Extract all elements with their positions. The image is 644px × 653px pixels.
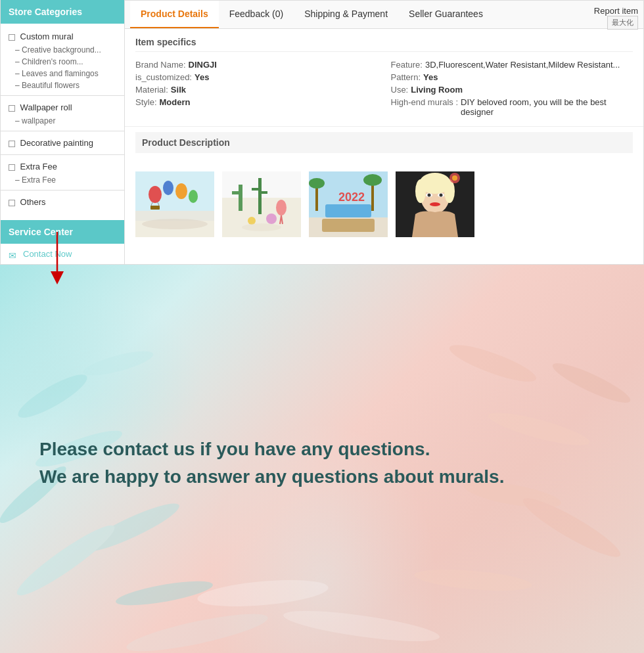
checkbox-icon-4: [9, 164, 15, 171]
svg-rect-14: [232, 191, 240, 194]
tab-seller-guarantees[interactable]: Seller Guarantees: [398, 1, 494, 28]
svg-point-62: [124, 607, 270, 653]
sidebar-categories: Custom mural Creative background... Chil…: [1, 24, 124, 215]
sidebar-divider-3: [1, 154, 124, 155]
checkbox-icon: [9, 34, 15, 41]
product-description-section: Product Description: [125, 126, 643, 166]
spec-material: Material: Silk: [135, 83, 378, 96]
checkbox-icon-3: [9, 141, 15, 147]
product-image-1-svg: [135, 171, 214, 237]
svg-point-23: [242, 223, 281, 231]
checkbox-icon-2: [9, 105, 15, 112]
svg-point-22: [248, 217, 256, 225]
sidebar-sub-extra-fee[interactable]: Extra Fee: [1, 174, 124, 186]
svg-point-5: [189, 190, 198, 203]
svg-point-52: [11, 518, 120, 602]
svg-point-29: [363, 174, 382, 186]
product-image-3[interactable]: 2022: [309, 171, 388, 237]
svg-point-37: [415, 179, 426, 203]
svg-point-59: [413, 566, 533, 595]
tabs-bar: Product Details Feedback (0) Shipping & …: [125, 1, 643, 29]
svg-point-21: [266, 214, 277, 224]
svg-rect-16: [252, 188, 259, 191]
sidebar-item-decorative-painting[interactable]: Decorative painting: [1, 135, 124, 150]
product-images-container: 2022: [125, 166, 643, 248]
svg-point-2: [149, 186, 162, 203]
svg-point-45: [452, 175, 457, 181]
sidebar: Store Categories Custom mural Creative b…: [0, 0, 125, 265]
spec-feature: Feature: 3D,Fluorescent,Water Resistant,…: [391, 58, 633, 71]
sidebar-sub-childrens-room[interactable]: Children's room...: [1, 56, 124, 68]
mail-icon: [9, 250, 19, 258]
annotation-arrow-svg: [47, 229, 67, 288]
svg-rect-15: [258, 178, 262, 214]
sidebar-divider-2: [1, 131, 124, 131]
product-image-2[interactable]: [222, 171, 301, 237]
sidebar-item-custom-mural[interactable]: Custom mural: [1, 29, 124, 44]
svg-point-10: [142, 219, 208, 229]
sidebar-divider-4: [1, 190, 124, 191]
spec-pattern: Pattern: Yes: [391, 71, 633, 83]
spec-brand-name: Brand Name: DINGJI: [135, 58, 378, 71]
svg-text:2022: 2022: [338, 191, 365, 204]
sidebar-sub-leaves-flamingos[interactable]: Leaves and flamingos: [1, 68, 124, 79]
svg-point-18: [276, 200, 287, 215]
product-image-2-svg: [222, 171, 301, 237]
svg-point-41: [428, 194, 431, 197]
sidebar-item-extra-fee[interactable]: Extra Fee: [1, 159, 124, 174]
report-item-link[interactable]: Report item: [594, 6, 638, 16]
banner-text: Please contact us if you have any questi…: [39, 436, 504, 491]
sidebar-sub-creative-bg[interactable]: Creative background...: [1, 44, 124, 56]
svg-point-54: [446, 338, 540, 388]
svg-point-47: [14, 368, 92, 424]
bottom-banner: Please contact us if you have any questi…: [0, 265, 644, 653]
svg-point-50: [81, 346, 155, 380]
specs-left-col: Brand Name: DINGJI is_customized: Yes Ma…: [135, 58, 378, 118]
svg-point-27: [309, 178, 325, 189]
store-categories-header: Store Categories: [1, 0, 124, 24]
sidebar-divider-1: [1, 95, 124, 96]
checkbox-icon-5: [9, 200, 15, 206]
spec-use: Use: Living Room: [391, 83, 633, 96]
svg-point-42: [440, 194, 443, 197]
svg-rect-8: [150, 206, 160, 210]
item-specifics-section: Item specifics Brand Name: DINGJI is_cus…: [125, 29, 643, 126]
banner-line2: We are happy to answer any questions abo…: [39, 463, 504, 491]
product-image-4-svg: [396, 171, 474, 237]
tab-feedback[interactable]: Feedback (0): [219, 1, 294, 28]
sidebar-sub-beautiful-flowers[interactable]: Beautiful flowers: [1, 79, 124, 91]
product-image-3-svg: 2022: [309, 171, 388, 237]
sidebar-item-wallpaper-roll[interactable]: Wallpaper roll: [1, 100, 124, 115]
banner-line1: Please contact us if you have any questi…: [39, 436, 504, 463]
svg-rect-17: [261, 191, 267, 194]
svg-point-61: [282, 604, 441, 647]
svg-point-43: [430, 202, 440, 206]
svg-point-4: [175, 183, 187, 199]
svg-point-53: [114, 576, 214, 610]
product-image-1[interactable]: [135, 171, 214, 237]
item-specifics-title: Item specifics: [135, 37, 633, 52]
svg-point-56: [549, 357, 634, 409]
svg-rect-13: [239, 185, 242, 211]
tabs-right-actions: Report item 最大化: [594, 6, 638, 30]
sidebar-sub-wallpaper[interactable]: wallpaper: [1, 115, 124, 127]
maximize-button[interactable]: 最大化: [607, 16, 638, 30]
svg-rect-33: [322, 219, 375, 232]
product-image-4[interactable]: [396, 171, 474, 237]
svg-point-58: [518, 491, 625, 565]
sidebar-item-others[interactable]: Others: [1, 194, 124, 210]
product-description-title: Product Description: [135, 132, 633, 153]
svg-point-3: [163, 181, 173, 195]
specifics-grid: Brand Name: DINGJI is_customized: Yes Ma…: [135, 58, 633, 118]
tab-product-details[interactable]: Product Details: [130, 1, 219, 28]
spec-is-customized: is_customized: Yes: [135, 71, 378, 83]
tab-shipping-payment[interactable]: Shipping & Payment: [294, 1, 398, 28]
spec-style: Style: Modern: [135, 96, 378, 108]
svg-rect-31: [325, 204, 371, 217]
spec-high-end-murals: High-end murals : DIY beloved room, you …: [391, 96, 633, 118]
main-content: Product Details Feedback (0) Shipping & …: [125, 0, 644, 265]
specs-right-col: Feature: 3D,Fluorescent,Water Resistant,…: [391, 58, 633, 118]
svg-point-60: [196, 575, 329, 610]
